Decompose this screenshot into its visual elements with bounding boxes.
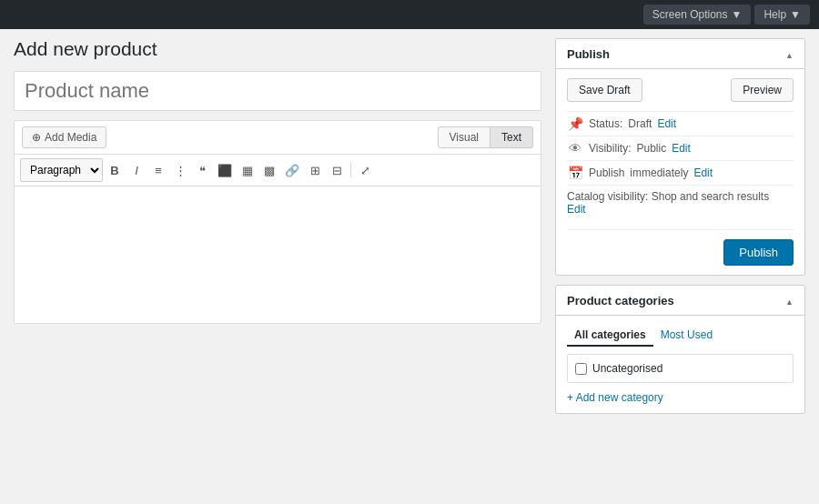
align-center-button[interactable]: ▦ <box>238 159 258 181</box>
publish-box: Publish Save Draft Preview 📌 Status: Dra… <box>555 38 805 276</box>
help-button[interactable]: Help ▼ <box>754 5 810 25</box>
visibility-icon: 👁 <box>567 141 583 156</box>
catalog-visibility-row: Catalog visibility: Shop and search resu… <box>567 185 794 220</box>
all-categories-tab[interactable]: All categories <box>567 325 653 347</box>
add-media-icon: ⊕ <box>32 131 41 144</box>
editor-toolbar-top: ⊕ Add Media Visual Text <box>15 121 541 155</box>
preview-button[interactable]: Preview <box>731 78 794 102</box>
page-content: Add new product ⊕ Add Media Visual Text … <box>0 29 819 504</box>
page-title: Add new product <box>14 38 541 60</box>
catalog-edit-link[interactable]: Edit <box>567 203 586 216</box>
align-right-button[interactable]: ▩ <box>259 159 279 181</box>
top-bar: Screen Options ▼ Help ▼ <box>0 0 819 29</box>
visibility-label: Visibility: <box>589 142 631 155</box>
text-tab[interactable]: Text <box>490 126 533 148</box>
publish-when-value: immediately <box>630 166 688 179</box>
product-name-input[interactable] <box>14 71 541 111</box>
uncategorised-label: Uncategorised <box>592 362 662 375</box>
screen-options-label: Screen Options <box>652 8 728 21</box>
add-media-label: Add Media <box>45 131 96 144</box>
bold-button[interactable]: B <box>105 159 125 181</box>
list-item: Uncategorised <box>575 360 785 377</box>
ordered-list-button[interactable]: ⋮ <box>170 159 190 181</box>
table-button[interactable]: ⊟ <box>327 159 347 181</box>
visibility-row: 👁 Visibility: Public Edit <box>567 136 794 160</box>
publish-footer: Publish <box>567 229 794 266</box>
right-column: Publish Save Draft Preview 📌 Status: Dra… <box>555 38 805 495</box>
categories-box-header: Product categories <box>556 286 804 316</box>
categories-collapse-button[interactable] <box>785 293 794 307</box>
publish-button[interactable]: Publish <box>723 239 794 266</box>
status-row: 📌 Status: Draft Edit <box>567 111 794 136</box>
screen-options-chevron: ▼ <box>732 8 743 21</box>
visual-tab[interactable]: Visual <box>438 126 490 148</box>
editor-area: ⊕ Add Media Visual Text Paragraph B I ≡ … <box>14 120 541 324</box>
save-draft-button[interactable]: Save Draft <box>567 78 642 102</box>
unordered-list-button[interactable]: ≡ <box>148 159 168 181</box>
help-label: Help <box>763 8 786 21</box>
publish-collapse-icon <box>785 45 794 61</box>
categories-box-body: All categories Most Used Uncategorised +… <box>556 316 804 413</box>
categories-box-title: Product categories <box>567 294 674 307</box>
status-icon: 📌 <box>567 116 583 131</box>
status-value: Draft <box>628 117 652 130</box>
editor-body[interactable] <box>15 186 541 323</box>
status-edit-link[interactable]: Edit <box>657 117 676 130</box>
italic-button[interactable]: I <box>126 159 147 181</box>
publish-time-edit-link[interactable]: Edit <box>693 166 713 179</box>
catalog-value: Shop and search results <box>652 190 769 203</box>
fullscreen-button[interactable]: ⤢ <box>355 159 375 181</box>
align-left-button[interactable]: ⬛ <box>214 159 236 181</box>
view-tabs: Visual Text <box>438 126 533 148</box>
publish-box-title: Publish <box>567 47 610 61</box>
toolbar-separator <box>350 162 351 178</box>
visibility-value: Public <box>636 142 666 155</box>
main-column: Add new product ⊕ Add Media Visual Text … <box>14 38 541 495</box>
help-chevron: ▼ <box>790 8 801 21</box>
more-button[interactable]: ⊞ <box>305 159 325 181</box>
category-list: Uncategorised <box>567 354 794 383</box>
uncategorised-checkbox[interactable] <box>575 363 587 375</box>
formatting-bar: Paragraph B I ≡ ⋮ ❝ ⬛ ▦ ▩ 🔗 ⊞ ⊟ ⤢ <box>15 155 541 186</box>
publish-when-label: Publish <box>589 166 624 179</box>
screen-options-button[interactable]: Screen Options ▼ <box>643 5 752 25</box>
add-media-button[interactable]: ⊕ Add Media <box>22 126 106 148</box>
publish-collapse-button[interactable] <box>785 46 794 61</box>
paragraph-select[interactable]: Paragraph <box>20 158 103 182</box>
link-button[interactable]: 🔗 <box>281 159 303 181</box>
publish-time-row: 📅 Publish immediately Edit <box>567 160 794 185</box>
categories-collapse-icon <box>785 292 794 307</box>
publish-actions-top: Save Draft Preview <box>567 78 794 102</box>
publish-box-header: Publish <box>556 39 804 69</box>
calendar-icon: 📅 <box>567 166 583 180</box>
status-label: Status: <box>589 117 622 130</box>
category-tabs: All categories Most Used <box>567 325 794 347</box>
most-used-tab[interactable]: Most Used <box>653 325 720 347</box>
categories-box: Product categories All categories Most U… <box>555 285 805 414</box>
visibility-edit-link[interactable]: Edit <box>672 142 691 155</box>
publish-box-body: Save Draft Preview 📌 Status: Draft Edit … <box>556 69 804 275</box>
catalog-label: Catalog visibility: <box>567 190 648 203</box>
add-new-category-link[interactable]: + Add new category <box>567 391 663 404</box>
blockquote-button[interactable]: ❝ <box>192 159 212 181</box>
